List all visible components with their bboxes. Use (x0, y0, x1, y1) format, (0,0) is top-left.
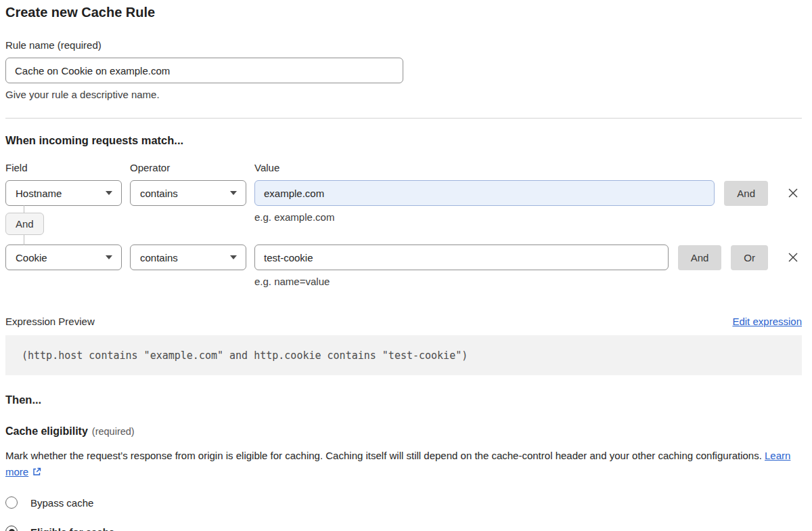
edit-expression-link[interactable]: Edit expression (732, 316, 802, 327)
field-column-label: Field (5, 162, 122, 173)
external-link-icon (32, 467, 42, 477)
cache-eligibility-description: Mark whether the request’s response from… (5, 448, 797, 480)
required-note: (required) (92, 426, 135, 437)
operator-select[interactable]: contains (130, 245, 246, 270)
field-select[interactable]: Hostname (5, 180, 122, 206)
radio-label: Bypass cache (30, 497, 93, 509)
operator-select[interactable]: contains (130, 180, 246, 206)
chevron-down-icon (230, 191, 237, 195)
value-column-label: Value (254, 162, 802, 173)
expression-code-block: (http.host contains "example.com" and ht… (5, 335, 802, 375)
match-section-heading: When incoming requests match... (5, 134, 802, 147)
radio-unselected-icon[interactable] (5, 496, 18, 509)
rule-name-helper: Give your rule a descriptive name. (5, 89, 802, 100)
value-input[interactable] (254, 180, 715, 206)
create-cache-rule-form: Create new Cache Rule Rule name (require… (0, 5, 812, 531)
value-hint: e.g. name=value (254, 276, 802, 287)
page-title: Create new Cache Rule (5, 5, 802, 20)
operator-select-value: contains (140, 252, 178, 263)
value-hint: e.g. example.com (254, 211, 334, 223)
condition-connector-zone: And e.g. example.com (5, 206, 802, 245)
then-section-heading: Then... (5, 394, 802, 406)
expression-code: (http.host contains "example.com" and ht… (22, 349, 468, 362)
chevron-down-icon (106, 191, 112, 195)
cache-eligibility-title-text: Cache eligibility (5, 425, 88, 437)
field-select-value: Hostname (16, 188, 62, 199)
description-text: Mark whether the request’s response from… (5, 450, 762, 461)
close-icon (786, 186, 800, 200)
condition-row: Hostname contains And (5, 180, 802, 206)
radio-label: Eligible for cache (30, 526, 114, 531)
rule-name-input[interactable] (5, 58, 403, 83)
connector-and-button[interactable]: And (5, 213, 44, 235)
add-and-condition-button[interactable]: And (678, 245, 722, 270)
chevron-down-icon (230, 255, 237, 259)
radio-option-bypass-cache[interactable]: Bypass cache (5, 496, 802, 509)
add-and-condition-button[interactable]: And (724, 181, 768, 206)
section-divider (5, 118, 802, 119)
condition-column-labels: Field Operator Value (5, 162, 802, 173)
field-select-value: Cookie (16, 252, 47, 263)
value-input[interactable] (254, 245, 669, 270)
cache-eligibility-title: Cache eligibility(required) (5, 425, 802, 438)
operator-column-label: Operator (130, 162, 246, 173)
remove-condition-button[interactable] (784, 249, 802, 266)
expression-preview-label: Expression Preview (5, 316, 95, 327)
chevron-down-icon (106, 255, 112, 259)
close-icon (786, 251, 800, 264)
add-or-condition-button[interactable]: Or (731, 245, 768, 270)
radio-selected-icon[interactable] (5, 526, 18, 531)
expression-header: Expression Preview Edit expression (5, 316, 802, 327)
radio-option-eligible-for-cache[interactable]: Eligible for cache (5, 526, 802, 531)
field-select[interactable]: Cookie (5, 245, 122, 270)
condition-row: Cookie contains And Or (5, 245, 802, 270)
operator-select-value: contains (140, 188, 178, 199)
rule-name-label: Rule name (required) (5, 39, 802, 51)
remove-condition-button[interactable] (784, 184, 802, 202)
radio-dot (9, 529, 15, 531)
